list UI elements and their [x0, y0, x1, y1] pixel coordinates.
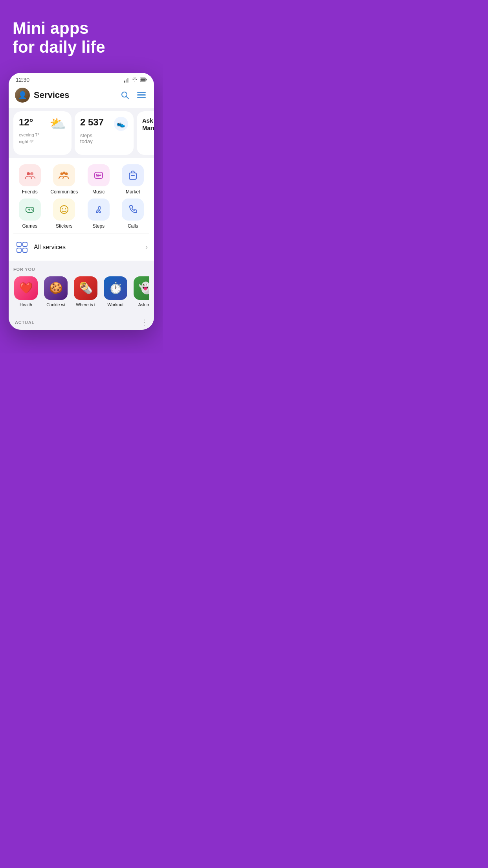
health-app-label: Health	[13, 302, 39, 307]
svg-marker-2	[127, 78, 128, 83]
status-time: 12:30	[16, 77, 29, 83]
weather-details: evening 7° night 4°	[19, 132, 66, 145]
wifi-icon	[132, 77, 138, 82]
calls-icon	[122, 199, 144, 221]
svg-point-23	[60, 206, 68, 213]
friends-label: Friends	[22, 189, 38, 195]
hero-section: Mini apps for daily life	[0, 0, 163, 73]
svg-rect-27	[23, 242, 27, 246]
steps-label: steps today	[80, 132, 128, 144]
svg-rect-15	[98, 174, 99, 175]
for-you-section: FOR YOU ❤️ Health 🍪 Cookie wi 🌯 Where is…	[9, 261, 154, 313]
health-app-icon: ❤️	[14, 276, 38, 300]
where-app-label: Where is t	[73, 302, 98, 307]
divider	[13, 234, 149, 234]
svg-marker-0	[124, 81, 125, 83]
status-bar: 12:30	[9, 73, 154, 85]
menu-button[interactable]	[135, 89, 148, 101]
askme-app-label: Ask me	[133, 302, 149, 307]
workout-app-icon: ⏱️	[104, 276, 127, 300]
svg-rect-5	[141, 79, 145, 81]
svg-point-11	[63, 171, 66, 174]
weather-temp: 12°	[19, 117, 33, 128]
services-grid: Friends Communities Music	[13, 164, 149, 232]
music-icon	[88, 164, 110, 186]
steps-icon: 👟	[114, 117, 128, 131]
friends-icon	[19, 164, 41, 186]
svg-point-8	[27, 172, 30, 175]
music-label: Music	[92, 189, 105, 195]
svg-point-24	[62, 208, 63, 209]
actual-section: ACTUAL ⋮	[9, 313, 154, 330]
svg-point-10	[61, 172, 63, 175]
ask-widget[interactable]: Ask Marussia	[137, 111, 154, 155]
games-icon	[19, 199, 41, 221]
communities-icon	[53, 164, 75, 186]
svg-rect-4	[146, 79, 147, 81]
all-services-row[interactable]: All services ›	[13, 235, 149, 259]
signal-icon	[124, 77, 130, 83]
phone-mockup: 12:30 👤 Services 12°	[9, 73, 154, 330]
app-header: 👤 Services	[9, 85, 154, 108]
service-item-friends[interactable]: Friends	[13, 164, 46, 195]
dots-menu-icon[interactable]: ⋮	[141, 318, 148, 327]
games-label: Games	[22, 223, 37, 229]
for-you-label: FOR YOU	[13, 267, 149, 272]
service-item-steps[interactable]: Steps	[82, 199, 115, 229]
svg-point-9	[30, 172, 33, 175]
weather-icon: ⛅	[50, 117, 66, 130]
actual-label: ACTUAL	[15, 320, 35, 325]
svg-point-25	[65, 208, 66, 209]
steps-widget[interactable]: 2 537 👟 steps today	[75, 111, 134, 155]
market-label: Market	[126, 189, 140, 195]
calls-label: Calls	[128, 223, 138, 229]
search-button[interactable]	[119, 89, 131, 101]
ask-text: Ask Marussia	[142, 117, 154, 132]
status-icons	[124, 77, 147, 83]
workout-app-label: Workout	[103, 302, 128, 307]
app-item-where[interactable]: 🌯 Where is t	[73, 276, 98, 307]
cookie-app-label: Cookie wi	[43, 302, 68, 307]
app-item-askme[interactable]: 👻 Ask me	[133, 276, 149, 307]
stickers-label: Stickers	[56, 223, 73, 229]
steps-service-label: Steps	[92, 223, 105, 229]
services-section: Friends Communities Music	[9, 158, 154, 261]
svg-point-12	[65, 172, 68, 175]
svg-point-22	[32, 210, 33, 210]
svg-rect-29	[23, 248, 27, 252]
steps-service-icon	[88, 199, 110, 221]
service-item-communities[interactable]: Communities	[48, 164, 81, 195]
chevron-right-icon: ›	[145, 243, 148, 251]
cookie-app-icon: 🍪	[44, 276, 68, 300]
where-app-icon: 🌯	[74, 276, 97, 300]
page-title: Services	[34, 90, 115, 100]
service-item-calls[interactable]: Calls	[117, 199, 150, 229]
svg-rect-26	[17, 242, 21, 246]
service-item-games[interactable]: Games	[13, 199, 46, 229]
search-icon	[121, 91, 129, 99]
avatar[interactable]: 👤	[15, 88, 30, 103]
hero-title: Mini apps for daily life	[13, 19, 150, 57]
all-services-label: All services	[34, 244, 141, 251]
app-item-cookie[interactable]: 🍪 Cookie wi	[43, 276, 68, 307]
app-item-workout[interactable]: ⏱️ Workout	[103, 276, 128, 307]
svg-point-21	[31, 208, 32, 209]
stickers-icon	[53, 199, 75, 221]
svg-line-7	[127, 96, 129, 99]
svg-rect-28	[17, 248, 21, 252]
widgets-row: 12° ⛅ evening 7° night 4° 2 537 👟 steps …	[9, 108, 154, 158]
battery-icon	[140, 77, 147, 82]
service-item-music[interactable]: Music	[82, 164, 115, 195]
for-you-apps-row: ❤️ Health 🍪 Cookie wi 🌯 Where is t ⏱️ Wo…	[13, 276, 149, 310]
svg-rect-14	[96, 174, 97, 175]
app-item-health[interactable]: ❤️ Health	[13, 276, 39, 307]
svg-marker-1	[126, 79, 127, 83]
svg-rect-16	[100, 174, 101, 175]
service-item-market[interactable]: Market	[117, 164, 150, 195]
market-icon	[122, 164, 144, 186]
all-services-icon	[15, 240, 29, 254]
askme-app-icon: 👻	[134, 276, 149, 300]
steps-number: 2 537	[80, 117, 104, 128]
weather-widget[interactable]: 12° ⛅ evening 7° night 4°	[13, 111, 72, 155]
service-item-stickers[interactable]: Stickers	[48, 199, 81, 229]
